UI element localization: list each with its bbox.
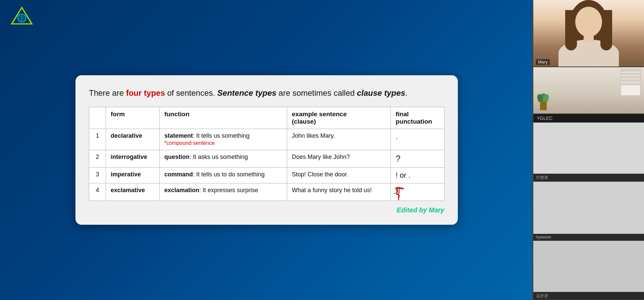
table-row: 4 exclamative exclamation: It expresses … <box>89 183 444 201</box>
sentence-table: form function example sentence(clause) f… <box>89 107 444 201</box>
participant-panel-1: 민병원 <box>533 123 644 182</box>
main-presentation-area: There are four types of sentences. Sente… <box>0 0 533 300</box>
row-num: 2 <box>89 150 106 167</box>
row-form: declarative <box>106 129 160 150</box>
col-header-function: function <box>159 107 287 129</box>
participant-name-3: 김은경 <box>533 292 644 300</box>
col-header-num <box>89 107 106 129</box>
row-num: 4 <box>89 183 106 201</box>
table-row: 2 interrogative question: It asks us som… <box>89 150 444 167</box>
participant-panel-3: 김은경 <box>533 241 644 300</box>
slide-card: There are four types of sentences. Sente… <box>75 75 458 225</box>
col-header-form: form <box>106 107 160 129</box>
participant-name-1: 민병원 <box>533 174 644 181</box>
row-example: John likes Mary. <box>287 129 391 150</box>
row-punctuation: ? <box>391 150 444 167</box>
row-form: imperative <box>106 167 160 183</box>
row-example: What a funny story he told us! <box>287 183 391 201</box>
table-row: 3 imperative command: It tells us to do … <box>89 167 444 183</box>
table-row: 1 declarative statement: It tells us som… <box>89 129 444 150</box>
row-form: exclamative <box>106 183 160 201</box>
logo <box>10 6 37 30</box>
row-function: exclamation: It expresses surprise <box>159 183 287 201</box>
participant-name-2: hyeseon <box>533 234 644 241</box>
row-function: command: It tells us to do something <box>159 167 287 183</box>
row-function: statement: It tells us something *compou… <box>159 129 287 150</box>
row-num: 3 <box>89 167 106 183</box>
row-punctuation: ! or . <box>391 167 444 183</box>
participant-panel-2: hyeseon <box>533 182 644 241</box>
mary-video-thumb: Mary <box>533 0 644 67</box>
edited-by: Edited by Mary <box>89 206 444 214</box>
col-header-example: example sentence(clause) <box>287 107 391 129</box>
row-example: Does Mary like John? <box>287 150 391 167</box>
col-header-punctuation: finalpunctuation <box>391 107 444 129</box>
yglec-label: YGLEC <box>533 114 644 123</box>
row-punctuation: ! <box>391 183 444 201</box>
row-num: 1 <box>89 129 106 150</box>
row-form: interrogative <box>106 150 160 167</box>
sidebar: Mary YGLEC 민병원 <box>533 0 644 300</box>
row-punctuation: . <box>391 129 444 150</box>
row-function: question: It asks us something <box>159 150 287 167</box>
slide-title: There are four types of sentences. Sente… <box>89 87 444 99</box>
second-video-thumb <box>533 67 644 114</box>
row-example: Stop! Close the door. <box>287 167 391 183</box>
mary-name-label: Mary <box>536 59 550 65</box>
